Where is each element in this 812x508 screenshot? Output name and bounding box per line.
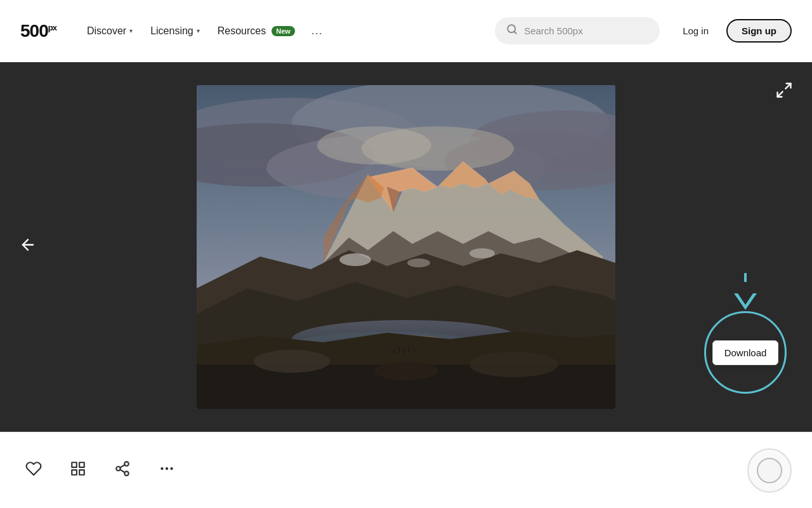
collect-button[interactable] — [65, 455, 91, 486]
svg-point-27 — [407, 258, 430, 267]
svg-line-52 — [120, 469, 124, 472]
profile-circle[interactable] — [747, 448, 792, 493]
ellipsis-icon: ... — [311, 24, 323, 37]
svg-rect-39 — [409, 347, 410, 352]
svg-rect-36 — [393, 349, 395, 354]
search-icon — [506, 23, 518, 38]
svg-point-33 — [254, 350, 330, 373]
svg-point-56 — [170, 467, 173, 469]
download-circle-indicator: Download — [704, 311, 787, 394]
nav-label-licensing: Licensing — [150, 25, 193, 37]
svg-rect-46 — [79, 462, 84, 467]
auth-buttons: Log in Sign up — [672, 19, 792, 43]
svg-point-34 — [469, 352, 558, 377]
like-button[interactable] — [20, 455, 47, 486]
chevron-down-icon: ▾ — [197, 27, 200, 34]
svg-line-4 — [778, 91, 783, 97]
share-button[interactable] — [109, 455, 136, 486]
bottom-right-area — [747, 448, 792, 493]
svg-point-25 — [339, 253, 371, 266]
nav-label-resources: Resources — [218, 25, 266, 37]
svg-point-54 — [160, 467, 163, 469]
signup-button[interactable]: Sign up — [726, 19, 792, 43]
new-badge: New — [272, 26, 295, 36]
svg-line-1 — [514, 31, 516, 33]
svg-rect-47 — [72, 470, 77, 475]
nav-label-discover: Discover — [87, 25, 126, 37]
nav-item-discover[interactable]: Discover ▾ — [79, 20, 140, 42]
svg-rect-37 — [398, 347, 400, 353]
svg-point-13 — [317, 126, 431, 164]
more-menu-button[interactable]: ... — [305, 19, 329, 43]
photo — [197, 85, 615, 409]
svg-point-26 — [469, 248, 495, 258]
expand-button[interactable] — [775, 81, 793, 103]
action-icons — [20, 455, 180, 486]
nav-item-resources[interactable]: Resources New — [210, 20, 303, 42]
chevron-down-icon: ▾ — [129, 27, 133, 34]
download-area: Download — [704, 273, 787, 394]
svg-rect-40 — [414, 349, 415, 353]
download-button[interactable]: Download — [712, 340, 779, 365]
svg-line-53 — [120, 465, 124, 467]
svg-line-3 — [785, 84, 790, 89]
nav: Discover ▾ Licensing ▾ Resources New ... — [79, 19, 495, 43]
search-placeholder: Search 500px — [524, 25, 583, 36]
main-area: Download — [0, 62, 812, 432]
svg-rect-38 — [403, 348, 405, 354]
bottom-bar — [0, 432, 812, 508]
login-button[interactable]: Log in — [672, 20, 719, 41]
nav-item-licensing[interactable]: Licensing ▾ — [143, 20, 207, 42]
svg-point-35 — [374, 361, 438, 380]
header: 500px Discover ▾ Licensing ▾ Resources N… — [0, 0, 812, 62]
svg-rect-45 — [72, 462, 77, 467]
more-options-button[interactable] — [154, 455, 180, 486]
search-bar[interactable]: Search 500px — [495, 17, 660, 44]
logo[interactable]: 500px — [20, 21, 56, 41]
profile-avatar — [757, 458, 782, 483]
svg-point-55 — [166, 467, 168, 469]
photo-container — [197, 85, 615, 409]
back-button[interactable] — [19, 236, 37, 258]
svg-rect-48 — [79, 470, 84, 475]
